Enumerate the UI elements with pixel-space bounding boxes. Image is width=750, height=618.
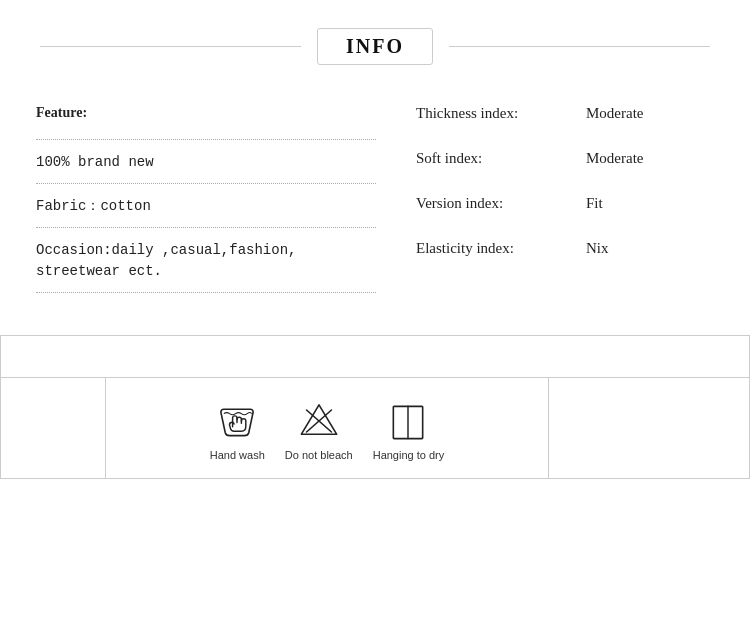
soft-row: Soft index: Moderate	[416, 150, 714, 167]
feature-label: Feature:	[36, 105, 376, 121]
header: INFO	[0, 0, 750, 85]
left-column: Feature: 100% brand new Fabric：cotton Oc…	[36, 105, 376, 305]
thickness-value: Moderate	[586, 105, 643, 122]
brand-row: 100% brand new	[36, 152, 376, 184]
hanging-to-dry-label: Hanging to dry	[373, 449, 445, 461]
page: INFO Feature: 100% brand new Fabric：cott…	[0, 0, 750, 479]
care-right-empty	[549, 378, 749, 478]
elasticity-label: Elasticity index:	[416, 240, 576, 257]
care-top-bar	[1, 336, 749, 378]
care-section: Hand wash Do not bleach	[0, 335, 750, 479]
care-bottom: Hand wash Do not bleach	[1, 378, 749, 479]
care-left-empty	[1, 378, 106, 478]
do-not-bleach-label: Do not bleach	[285, 449, 353, 461]
header-line-right	[449, 46, 710, 47]
fabric-value: Fabric：cotton	[36, 196, 376, 217]
occasion-row: Occasion:daily ,casual,fashion, streetwe…	[36, 240, 376, 293]
soft-label: Soft index:	[416, 150, 576, 167]
do-not-bleach-item: Do not bleach	[285, 399, 353, 461]
version-value: Fit	[586, 195, 603, 212]
feature-row: Feature:	[36, 105, 376, 140]
version-label: Version index:	[416, 195, 576, 212]
thickness-row: Thickness index: Moderate	[416, 105, 714, 122]
do-not-bleach-icon	[297, 399, 341, 443]
fabric-row: Fabric：cotton	[36, 196, 376, 228]
hand-wash-label: Hand wash	[210, 449, 265, 461]
header-line-left	[40, 46, 301, 47]
version-row: Version index: Fit	[416, 195, 714, 212]
hanging-to-dry-icon	[386, 399, 430, 443]
elasticity-value: Nix	[586, 240, 609, 257]
hanging-to-dry-item: Hanging to dry	[373, 399, 445, 461]
thickness-label: Thickness index:	[416, 105, 576, 122]
hand-wash-icon	[215, 399, 259, 443]
header-title-wrap: INFO	[317, 28, 433, 65]
occasion-line1: Occasion:daily ,casual,fashion,	[36, 240, 376, 261]
elasticity-row: Elasticity index: Nix	[416, 240, 714, 257]
main-content: Feature: 100% brand new Fabric：cotton Oc…	[0, 85, 750, 325]
soft-value: Moderate	[586, 150, 643, 167]
care-icons-area: Hand wash Do not bleach	[106, 378, 549, 478]
page-title: INFO	[346, 35, 404, 57]
right-column: Thickness index: Moderate Soft index: Mo…	[396, 105, 714, 305]
occasion-line2: streetwear ect.	[36, 261, 376, 282]
brand-value: 100% brand new	[36, 152, 376, 173]
hand-wash-item: Hand wash	[210, 399, 265, 461]
